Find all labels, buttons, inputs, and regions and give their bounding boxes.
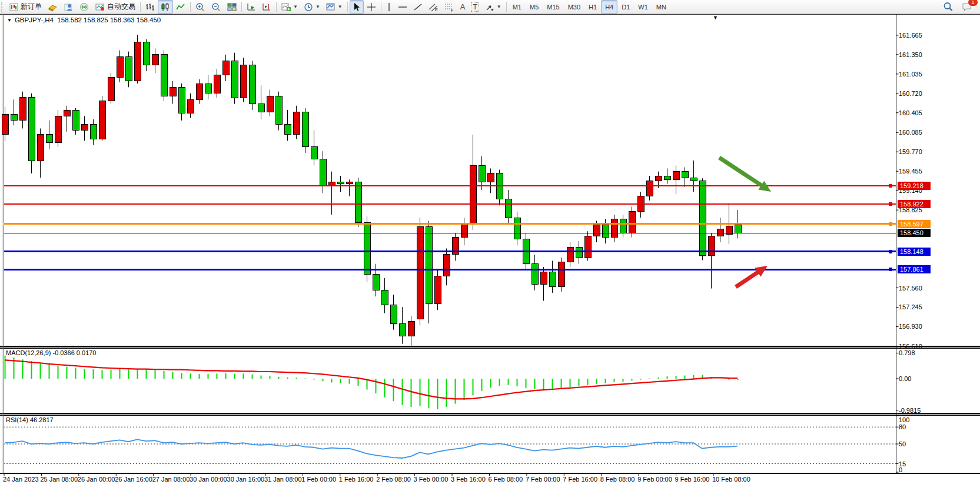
periods-button[interactable]: ▼ [301, 0, 323, 14]
clock-icon [304, 2, 313, 12]
candle-body [72, 110, 79, 131]
shapes-caret-icon: ▼ [497, 4, 501, 9]
zoom-out-icon [211, 2, 221, 12]
zoom-in-button[interactable] [192, 0, 208, 14]
candle-body [514, 218, 520, 239]
hline-tool-button[interactable] [395, 0, 410, 14]
svg-text:F: F [451, 8, 453, 12]
gold-book-icon [48, 2, 58, 12]
candle-body [346, 182, 353, 184]
channel-tool-button[interactable]: E [426, 0, 441, 14]
auto-scroll-button[interactable] [244, 0, 259, 14]
new-order-button[interactable]: 新订单 [6, 0, 45, 14]
periods-caret-icon: ▼ [315, 4, 320, 9]
candle-body [611, 219, 617, 237]
candle-body [479, 165, 485, 182]
trendline-tool-button[interactable] [410, 0, 426, 14]
history-button[interactable] [45, 0, 61, 14]
candle-body [320, 159, 326, 186]
candle-body [717, 229, 723, 236]
horizontal-line-icon [398, 4, 407, 10]
notifications-button[interactable]: 1 [959, 0, 975, 14]
candle-body [11, 114, 17, 120]
candle-body [355, 182, 361, 223]
line-chart-button[interactable] [173, 0, 188, 14]
candle-body [399, 323, 406, 336]
timeframe-h1-button[interactable]: H1 [584, 0, 601, 14]
candle-body [170, 87, 176, 96]
trendline-icon [413, 2, 423, 12]
indicators-button[interactable]: ▼ [278, 0, 301, 14]
candle-body [134, 42, 141, 81]
candle-body [293, 112, 300, 135]
equidistant-channel-icon: E [428, 2, 438, 12]
vline-tool-button[interactable] [383, 0, 395, 14]
timeframe-m15-button[interactable]: M15 [543, 0, 563, 14]
bar-chart-icon [145, 2, 155, 12]
new-order-icon [9, 2, 19, 12]
candle-body [593, 225, 600, 236]
tile-windows-button[interactable] [224, 0, 240, 14]
candle-body [655, 176, 662, 181]
timeframe-d1-button[interactable]: D1 [617, 0, 634, 14]
chart-title: ▼GBPJPY-,H4 158.582 158.825 158.363 158.… [7, 16, 161, 24]
candle-body [90, 124, 97, 139]
candle-body [125, 56, 132, 81]
candle-body [735, 225, 741, 233]
level-line-marker [889, 222, 892, 226]
templates-icon [326, 2, 335, 12]
shapes-tool-button[interactable]: ▼ [482, 0, 504, 14]
timeframe-m30-button[interactable]: M30 [564, 0, 584, 14]
signal-button[interactable] [77, 0, 92, 14]
zoom-out-button[interactable] [208, 0, 224, 14]
timeframe-m5-button[interactable]: M5 [526, 0, 543, 14]
candle-body [214, 75, 220, 93]
candle-body [231, 61, 238, 98]
candle-body [249, 65, 255, 104]
cursor-tool-button[interactable] [350, 0, 364, 14]
timeframe-m1-button[interactable]: M1 [509, 0, 526, 14]
fibonacci-tool-button[interactable]: F [441, 0, 457, 14]
chart-dropdown-icon[interactable]: ▼ [7, 18, 12, 23]
search-button[interactable] [940, 0, 956, 14]
candle-body [417, 227, 423, 319]
timeframe-mn-button[interactable]: MN [652, 0, 670, 14]
candle-body [567, 247, 573, 262]
candle-body [337, 182, 344, 184]
cursor-icon [353, 2, 361, 12]
label-tool-button[interactable]: T [468, 0, 481, 14]
green-down-arrow[interactable] [719, 158, 763, 186]
timeframe-h4-button[interactable]: H4 [601, 0, 617, 14]
auto-trading-button[interactable]: 自动交易 [92, 0, 138, 14]
candle-body [328, 182, 335, 186]
line-chart-icon [176, 2, 185, 12]
templates-button[interactable]: ▼ [323, 0, 346, 14]
candle-body [28, 97, 35, 161]
candlestick-chart-button[interactable] [158, 0, 173, 14]
candle-body [390, 305, 397, 323]
tile-windows-icon [227, 2, 237, 12]
candle-body [620, 219, 626, 233]
candle-body [699, 181, 706, 255]
toolbar-separator [276, 2, 277, 12]
label-tool-icon: T [471, 2, 479, 12]
text-tool-button[interactable]: A [457, 0, 469, 14]
scroll-end-marker-icon[interactable]: ▼ [713, 15, 718, 21]
rsi-line [5, 439, 738, 458]
chart-shift-button[interactable] [259, 0, 274, 14]
candle-body [549, 272, 556, 286]
toolbar: 新订单 自动交易 [0, 0, 980, 14]
chart-shift-icon [262, 2, 271, 12]
bar-chart-button[interactable] [142, 0, 158, 14]
auto-scroll-icon [247, 2, 256, 12]
red-up-arrow[interactable] [736, 271, 760, 287]
crosshair-tool-button[interactable] [364, 0, 379, 14]
candle-body [311, 147, 317, 159]
text-tool-icon: A [460, 2, 466, 11]
candle-body [531, 264, 538, 285]
timeframe-w1-button[interactable]: W1 [634, 0, 652, 14]
chart-canvas[interactable] [0, 0, 980, 491]
candle-body [205, 83, 211, 93]
profile-button[interactable] [61, 0, 77, 14]
candlestick-chart-icon [161, 2, 170, 12]
